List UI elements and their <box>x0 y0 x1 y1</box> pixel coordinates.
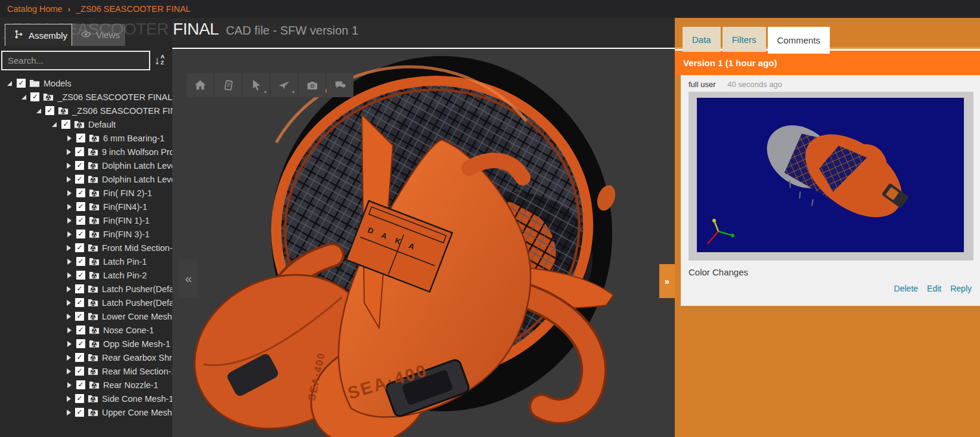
collapse-toggle-icon[interactable] <box>36 108 42 114</box>
version-header[interactable]: Version 1 (1 hour ago) <box>675 51 980 75</box>
tree-row[interactable]: ✓Opp Side Mesh-1 <box>0 337 172 351</box>
tree-row[interactable]: ✓Models <box>0 76 172 90</box>
visibility-checkbox[interactable]: ✓ <box>76 188 85 197</box>
visibility-checkbox[interactable]: ✓ <box>75 161 84 170</box>
tree-row[interactable]: ✓Fin(FIN 1)-1 <box>0 213 172 227</box>
tree-row[interactable]: ✓_ZS06 SEASCOOTER FINAL <box>0 90 172 104</box>
expand-toggle-icon[interactable] <box>66 382 73 388</box>
collapse-toggle-icon[interactable] <box>51 122 58 128</box>
expand-toggle-icon[interactable] <box>66 259 73 265</box>
visibility-checkbox[interactable]: ✓ <box>76 257 85 266</box>
visibility-checkbox[interactable]: ✓ <box>76 326 85 334</box>
tree-item-label: Fin(FIN4)-1 <box>103 202 147 212</box>
expand-toggle-icon[interactable] <box>66 163 72 169</box>
expand-toggle-icon[interactable] <box>66 176 72 182</box>
visibility-checkbox[interactable]: ✓ <box>75 353 84 362</box>
collapse-panel-button[interactable]: » <box>659 264 675 298</box>
tree-row[interactable]: ✓Fin(FIN 3)-1 <box>0 227 172 241</box>
visibility-checkbox[interactable]: ✓ <box>75 408 84 417</box>
visibility-checkbox[interactable]: ✓ <box>17 79 26 88</box>
tree-row[interactable]: ✓Fin( FIN 2)-1 <box>0 186 172 200</box>
tree-row[interactable]: ✓Latch Pin-1 <box>0 255 172 268</box>
tree-row[interactable]: ✓Side Cone Mesh-1 <box>0 392 172 405</box>
tree-row[interactable]: ✓Dolphin Latch Leve <box>0 172 172 186</box>
tab-assembly[interactable]: Assembly <box>5 24 72 46</box>
viewer-3d[interactable]: D A K A SEA·400 SEA·400 ▾▾ « <box>172 18 675 437</box>
visibility-checkbox[interactable]: ✓ <box>75 394 84 403</box>
home-button[interactable] <box>187 73 213 97</box>
expand-toggle-icon[interactable] <box>66 149 72 155</box>
visibility-checkbox[interactable]: ✓ <box>30 92 39 101</box>
visibility-checkbox[interactable]: ✓ <box>75 175 84 184</box>
tree-row[interactable]: ✓Front Mid Section- <box>0 241 172 255</box>
expand-toggle-icon[interactable] <box>66 300 72 306</box>
expand-toggle-icon[interactable] <box>66 341 73 347</box>
tree-row[interactable]: ✓Rear Gearbox Shro <box>0 351 172 364</box>
tab-data[interactable]: Data <box>683 27 721 52</box>
search-input[interactable] <box>1 51 150 70</box>
visibility-checkbox[interactable]: ✓ <box>45 106 54 115</box>
pages-button[interactable] <box>215 73 241 97</box>
comment-snapshot-image[interactable] <box>697 98 964 252</box>
snapshot-camera-button[interactable] <box>299 73 325 97</box>
expand-toggle-icon[interactable] <box>66 272 73 278</box>
collapse-sidebar-button[interactable]: « <box>179 259 198 297</box>
tree-row[interactable]: ✓Latch Pusher(Defau <box>0 296 172 309</box>
expand-toggle-icon[interactable] <box>66 218 73 224</box>
fly-through-button[interactable]: ▾ <box>271 73 297 97</box>
expand-toggle-icon[interactable] <box>66 286 72 292</box>
visibility-checkbox[interactable]: ✓ <box>61 120 70 129</box>
tree-row[interactable]: ✓Nose Cone-1 <box>0 323 172 337</box>
tree-row[interactable]: ✓6 mm Bearing-1 <box>0 131 172 145</box>
visibility-checkbox[interactable]: ✓ <box>76 271 85 280</box>
collapse-toggle-icon[interactable] <box>6 80 13 86</box>
reply-link[interactable]: Reply <box>950 284 972 293</box>
tree-row[interactable]: ✓9 inch Wolfson Pro <box>0 145 172 159</box>
delete-link[interactable]: Delete <box>894 284 918 293</box>
visibility-checkbox[interactable]: ✓ <box>76 216 85 225</box>
collapse-toggle-icon[interactable] <box>21 94 27 100</box>
tree-row[interactable]: ✓Latch Pin-2 <box>0 268 172 282</box>
visibility-checkbox[interactable]: ✓ <box>75 312 84 321</box>
tree-row[interactable]: ✓Rear Nozzle-1 <box>0 378 172 392</box>
visibility-checkbox[interactable]: ✓ <box>75 298 84 307</box>
tab-comments[interactable]: Comments <box>768 27 830 54</box>
expand-toggle-icon[interactable] <box>66 204 73 210</box>
expand-toggle-icon[interactable] <box>66 190 73 196</box>
tree-row[interactable]: ✓Latch Pusher(Defau <box>0 282 172 296</box>
tree-row[interactable]: ✓_ZS06 SEASCOOTER FINAL <box>0 104 172 117</box>
expand-toggle-icon[interactable] <box>66 135 73 141</box>
visibility-checkbox[interactable]: ✓ <box>75 243 84 252</box>
breadcrumb-home-link[interactable]: Catalog Home <box>7 4 63 14</box>
expand-toggle-icon[interactable] <box>66 368 72 374</box>
comments-bubble-button[interactable] <box>327 73 353 97</box>
visibility-checkbox[interactable]: ✓ <box>76 380 85 389</box>
visibility-checkbox[interactable]: ✓ <box>75 367 84 376</box>
tree-row[interactable]: ✓Upper Cone Mesh- <box>0 405 172 419</box>
expand-toggle-icon[interactable] <box>66 231 73 237</box>
select-arrow-button[interactable]: ▾ <box>243 73 269 97</box>
expand-toggle-icon[interactable] <box>66 314 72 320</box>
tab-views[interactable]: Views <box>72 24 125 46</box>
tab-filters[interactable]: Filters <box>722 27 766 52</box>
tree-row[interactable]: ✓Rear Mid Section-1 <box>0 364 172 378</box>
visibility-checkbox[interactable]: ✓ <box>75 284 84 293</box>
visibility-checkbox[interactable]: ✓ <box>76 230 85 238</box>
visibility-checkbox[interactable]: ✓ <box>76 339 85 348</box>
expand-toggle-icon[interactable] <box>66 245 72 251</box>
edit-link[interactable]: Edit <box>927 284 941 293</box>
visibility-checkbox[interactable]: ✓ <box>76 202 85 211</box>
expand-toggle-icon[interactable] <box>66 327 73 333</box>
breadcrumb-current[interactable]: _ZS06 SEASCOOTER FINAL <box>76 4 191 14</box>
tree-row[interactable]: ✓Default <box>0 117 172 131</box>
tree-row[interactable]: ✓Lower Cone Mesh- <box>0 309 172 323</box>
visibility-checkbox[interactable]: ✓ <box>76 134 85 142</box>
expand-toggle-icon[interactable] <box>66 396 72 402</box>
visibility-checkbox[interactable]: ✓ <box>75 147 84 156</box>
seascooter-3d-model[interactable]: D A K A SEA·400 SEA·400 <box>172 50 675 437</box>
expand-toggle-icon[interactable] <box>66 410 72 416</box>
tree-row[interactable]: ✓Fin(FIN4)-1 <box>0 200 172 213</box>
expand-toggle-icon[interactable] <box>66 355 72 361</box>
sort-az-icon[interactable]: ↓ AZ <box>154 54 165 66</box>
tree-row[interactable]: ✓Dolphin Latch Leve <box>0 159 172 172</box>
